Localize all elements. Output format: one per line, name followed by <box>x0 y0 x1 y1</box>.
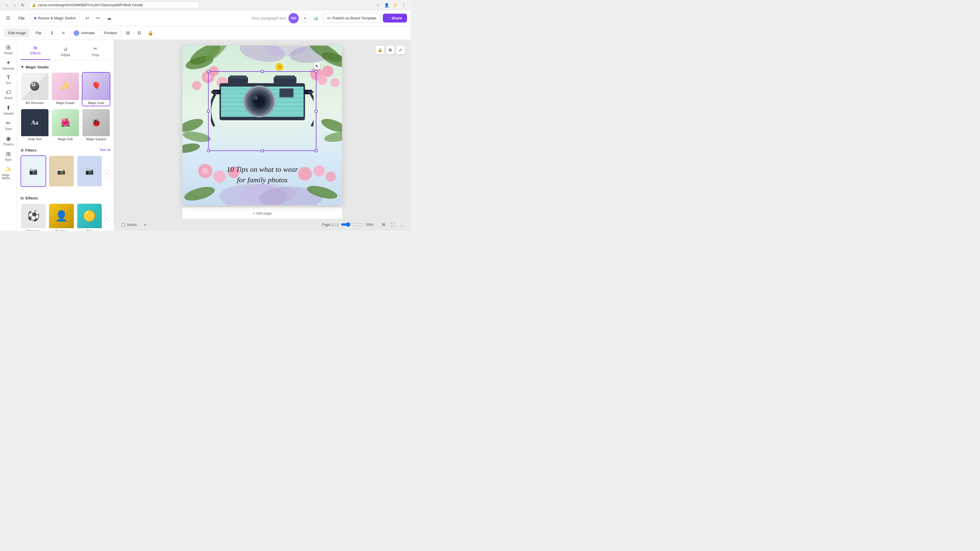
magic-eraser-card[interactable]: ✨ Magic Eraser <box>51 72 80 106</box>
sidebar-item-magic-media[interactable]: ✨ Magic Media <box>1 164 16 181</box>
fullscreen-btn[interactable]: ⛶ <box>389 221 397 229</box>
tab-adjust[interactable]: ⊿ Adjust <box>51 43 80 60</box>
canvas-area: 🔒 ⧉ ⤢ <box>114 40 410 231</box>
history-btns: ↩ ↪ <box>83 14 102 23</box>
chevron-up-btn[interactable]: ∧ <box>142 221 149 228</box>
bg-remover-card[interactable]: 🎱 BG Remover <box>21 72 49 106</box>
brand-icon: 🏷 <box>6 89 11 96</box>
magic-grab-card[interactable]: 🎈 Magic Grab <box>82 72 110 106</box>
url-bar[interactable]: 🔒 canva.com/design/DAGHMt5BiRY/vuJHY33em… <box>29 2 199 9</box>
adjust-tab-icon: ⊿ <box>63 46 68 52</box>
handle-mb[interactable] <box>261 149 264 152</box>
share-btn[interactable]: ↑ Share <box>383 14 407 22</box>
sidebar-item-text[interactable]: T Text <box>1 73 16 86</box>
forward-btn[interactable]: › <box>11 2 18 8</box>
grid-btn[interactable]: ⊞ <box>123 29 132 38</box>
publish-brand-icon: 🏷 <box>327 16 331 20</box>
filters-next-btn[interactable]: › <box>103 170 110 177</box>
grab-text-label: Grab Text <box>21 136 48 142</box>
sidebar-item-elements[interactable]: ✦ Elements <box>1 57 16 72</box>
magic-studio-label: Magic Studio <box>25 65 49 69</box>
effect-duotone-img: 👤 <box>49 204 73 228</box>
magic-edit-card[interactable]: 🌺 Magic Edit <box>51 108 80 143</box>
sidebar-item-projects[interactable]: ◉ Projects <box>1 133 16 148</box>
lock-tb-btn[interactable]: 🔒 <box>146 29 155 38</box>
grab-text-card[interactable]: Aa Grab Text <box>21 108 49 143</box>
stats-btn[interactable]: 📊 <box>311 14 320 23</box>
info-btn[interactable]: ℹ <box>47 29 56 38</box>
effect-blur-card[interactable]: 🟡 Blur <box>77 203 102 231</box>
filter-belvedere-card[interactable]: 📷 Belvedere <box>77 155 102 187</box>
effect-duotone-card[interactable]: 👤 Duotone <box>48 203 74 231</box>
tab-crop[interactable]: ✂ Crop <box>80 43 110 60</box>
handle-mt[interactable] <box>261 70 264 73</box>
handle-tr[interactable] <box>315 70 318 73</box>
magic-expand-card[interactable]: 🐞 Magic Expand <box>82 108 110 143</box>
redo-btn[interactable]: ↪ <box>93 14 102 23</box>
sidebar-item-apps[interactable]: ⊞ Apps <box>1 149 16 163</box>
effects-next-btn[interactable]: › <box>103 215 110 222</box>
image-toolbar: Edit image Flip ℹ ≡ Animate Position ⊞ ⊟… <box>0 26 410 40</box>
effects-section-title: fx Effects <box>21 196 110 200</box>
notes-btn[interactable]: 📋 Notes <box>119 221 139 228</box>
publish-brand-btn[interactable]: 🏷 Publish as Brand Template <box>323 13 380 23</box>
brand-label: Brand <box>5 97 12 100</box>
effects-tab-icon: fx <box>33 46 37 50</box>
handle-mr[interactable] <box>315 110 318 113</box>
undo-btn[interactable]: ↩ <box>83 14 92 23</box>
canvas-copy-btn[interactable]: ⧉ <box>386 46 395 54</box>
refresh-btn[interactable]: ↻ <box>19 2 26 8</box>
sidebar-item-design[interactable]: ⊞ Design <box>1 42 16 56</box>
lines-btn[interactable]: ≡ <box>59 29 68 38</box>
bg-remover-label: BG Remover <box>21 100 48 106</box>
magic-studio-icon: ✦ <box>21 65 24 69</box>
zoom-slider[interactable] <box>341 222 364 227</box>
flip-btn[interactable]: Flip <box>32 29 45 37</box>
resize-magic-btn[interactable]: Resize & Magic Switch <box>30 14 80 22</box>
sidebar-item-draw[interactable]: ✏ Draw <box>1 118 16 132</box>
sidebar-item-uploads[interactable]: ⬆ Uploads <box>1 103 16 117</box>
handle-br[interactable] <box>315 149 318 152</box>
effect-shadows-card[interactable]: ⚽ Shadows <box>21 203 46 231</box>
magic-edit-label: Magic Edit <box>52 136 79 142</box>
back-btn[interactable]: ‹ <box>3 2 10 8</box>
svg-rect-60 <box>280 89 293 97</box>
bottom-right: Page 1 / 1 59% ⊞ ⛶ … <box>322 221 406 229</box>
projects-icon: ◉ <box>6 135 11 142</box>
rotate-handle[interactable]: ↻ <box>313 63 320 70</box>
menu-btn[interactable]: ☰ <box>3 14 13 23</box>
sidebar-item-brand[interactable]: 🏷 Brand <box>1 87 16 102</box>
tab-effects[interactable]: fx Effects <box>21 43 51 60</box>
align-btn[interactable]: ⊟ <box>135 29 144 38</box>
notes-label: Notes <box>127 222 137 227</box>
handle-bl[interactable] <box>207 149 210 152</box>
see-all-filters-btn[interactable]: See all <box>100 148 110 152</box>
handle-tl[interactable] <box>207 70 210 73</box>
edit-image-btn[interactable]: Edit image <box>5 29 29 37</box>
canvas-lock-btn[interactable]: 🔒 <box>376 46 384 54</box>
filters-header: ⊙ Filters See all <box>21 147 110 152</box>
star-icon[interactable]: ☆ <box>375 2 382 8</box>
extensions-icon[interactable]: ⚡ <box>392 2 398 8</box>
svg-rect-50 <box>220 117 305 120</box>
filters-grid: 📷 None 📷 Fresco 📷 <box>21 155 102 187</box>
add-btn[interactable]: + <box>301 14 309 22</box>
animate-btn[interactable]: Animate <box>70 29 98 38</box>
notes-icon: 📋 <box>121 222 126 227</box>
filter-none-card[interactable]: 📷 None <box>21 155 46 187</box>
handle-ml[interactable] <box>207 110 210 113</box>
profile-icon[interactable]: 👤 <box>383 2 390 8</box>
magic-media-label: Magic Media <box>2 173 15 180</box>
magic-media-icon: ✨ <box>5 166 12 173</box>
magic-grab-label: Magic Grab <box>83 100 110 106</box>
elements-label: Elements <box>3 67 14 70</box>
user-avatar[interactable]: HG <box>288 13 299 23</box>
grid-view-btn[interactable]: ⊞ <box>380 221 388 229</box>
settings-icon[interactable]: ⋮ <box>400 2 407 8</box>
add-page-btn[interactable]: + Add page <box>183 207 342 219</box>
canvas-expand-btn[interactable]: ⤢ <box>396 46 405 54</box>
file-btn[interactable]: File <box>15 14 28 22</box>
filter-fresco-card[interactable]: 📷 Fresco <box>48 155 74 187</box>
position-btn[interactable]: Position <box>100 29 121 37</box>
more-view-btn[interactable]: … <box>398 221 406 229</box>
